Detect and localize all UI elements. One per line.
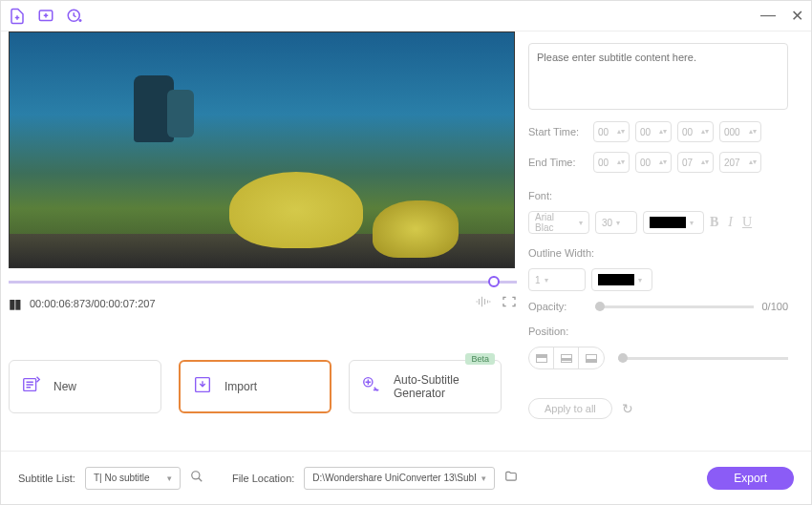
time-display: 00:00:06:873/00:00:07:207 [30,298,156,309]
opacity-value: 0/100 [761,301,788,312]
export-button[interactable]: Export [707,467,794,490]
new-label: New [53,380,76,393]
font-color-select[interactable]: ▾ [643,211,704,234]
start-time-label: Start Time: [528,126,588,137]
apply-to-all-button[interactable]: Apply to all [528,398,612,419]
file-location-select[interactable]: D:\Wondershare UniConverter 13\SubEdito▾ [304,467,495,490]
auto-subtitle-icon [361,374,382,400]
pause-button[interactable]: ▮▮ [9,296,20,311]
end-hours-stepper[interactable]: 00▴▾ [593,152,630,173]
title-bar: — ✕ [1,1,811,32]
subtitle-content-input[interactable] [528,43,788,110]
fullscreen-icon[interactable] [502,295,517,312]
position-slider[interactable] [618,357,788,360]
svg-point-5 [192,472,200,479]
position-top-button[interactable] [529,347,554,368]
file-location-label: File Location: [232,473,294,484]
minimize-button[interactable]: — [760,7,776,25]
start-hours-stepper[interactable]: 00▴▾ [593,121,630,142]
new-icon [21,374,42,400]
underline-button[interactable]: U [742,215,752,230]
start-minutes-stepper[interactable]: 00▴▾ [635,121,672,142]
position-bottom-button[interactable] [579,347,604,368]
video-preview[interactable] [9,32,515,268]
position-middle-button[interactable] [554,347,579,368]
new-subtitle-button[interactable]: New [9,360,161,413]
add-clock-icon[interactable] [66,8,83,25]
audio-waveform-icon[interactable] [475,295,492,312]
end-ms-stepper[interactable]: 207▴▾ [719,152,761,173]
opacity-label: Opacity: [528,301,588,312]
timeline-handle[interactable] [488,276,500,287]
footer-bar: Subtitle List: T| No subtitle▾ File Loca… [1,451,811,504]
position-buttons [528,347,605,369]
opacity-slider[interactable] [595,305,754,308]
end-minutes-stepper[interactable]: 00▴▾ [635,152,672,173]
outline-color-select[interactable]: ▾ [591,268,652,291]
folder-icon[interactable] [504,470,518,486]
italic-button[interactable]: I [728,215,733,230]
end-seconds-stepper[interactable]: 07▴▾ [677,152,714,173]
beta-badge: Beta [465,353,495,365]
font-size-select[interactable]: 30▾ [595,211,637,234]
subtitle-list-label: Subtitle List: [18,473,75,484]
position-label: Position: [528,326,568,337]
start-ms-stepper[interactable]: 000▴▾ [719,121,761,142]
add-file-icon[interactable] [9,8,26,25]
auto-subtitle-button[interactable]: Beta Auto-Subtitle Generator [349,360,502,413]
font-label: Font: [528,190,552,201]
subtitle-list-select[interactable]: T| No subtitle▾ [85,467,181,490]
timeline[interactable] [9,278,517,287]
import-icon [192,374,213,400]
font-family-select[interactable]: Arial Blac▾ [528,211,589,234]
outline-width-select[interactable]: 1▾ [528,268,586,291]
outline-width-label: Outline Width: [528,247,594,259]
end-time-label: End Time: [528,157,588,168]
bold-button[interactable]: B [710,215,718,230]
import-subtitle-button[interactable]: Import [179,360,331,413]
search-icon[interactable] [190,470,203,486]
start-seconds-stepper[interactable]: 00▴▾ [677,121,714,142]
add-frame-icon[interactable] [37,8,54,25]
close-button[interactable]: ✕ [791,7,803,25]
auto-subtitle-label: Auto-Subtitle Generator [394,373,489,400]
import-label: Import [224,380,257,393]
refresh-icon[interactable]: ↻ [622,401,633,416]
